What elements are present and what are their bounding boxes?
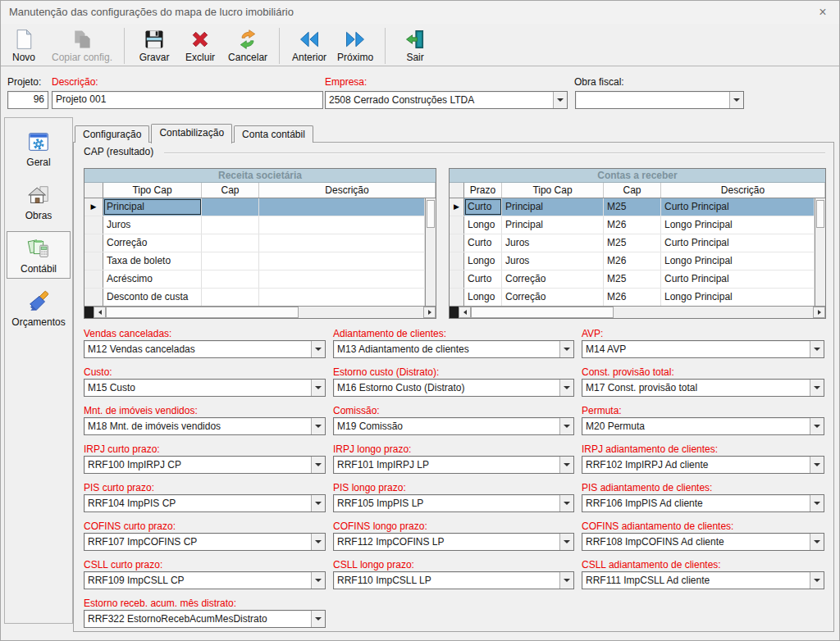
table-row[interactable]: CurtoJurosM25Curto Principal xyxy=(450,234,815,252)
table-cell[interactable] xyxy=(202,216,259,234)
table-cell[interactable]: Principal xyxy=(502,216,604,234)
toolbar-button-cancelar[interactable]: Cancelar xyxy=(223,27,272,65)
table-cell[interactable]: M26 xyxy=(604,252,661,270)
dropdown-button[interactable] xyxy=(810,457,824,473)
dropdown-button[interactable] xyxy=(559,457,573,473)
vertical-scrollbar[interactable] xyxy=(425,198,436,306)
combobox-pis-adiantamento-de-clientes[interactable]: RRF106 ImpPIS Ad cliente xyxy=(582,494,824,512)
combobox-comissao[interactable]: M19 Comissão xyxy=(333,417,574,435)
scrollbar-thumb[interactable] xyxy=(427,200,435,228)
dropdown-button[interactable] xyxy=(559,572,573,589)
combobox-pis-curto-prazo[interactable]: RRF104 ImpPIS CP xyxy=(84,494,326,512)
scroll-left-icon[interactable] xyxy=(94,307,106,318)
table-row[interactable]: Correção xyxy=(84,234,425,252)
horizontal-scrollbar[interactable] xyxy=(450,306,825,318)
projeto-field[interactable]: 96 xyxy=(7,91,48,109)
toolbar-button-anterior[interactable]: Anterior xyxy=(286,27,332,65)
horizontal-scrollbar[interactable] xyxy=(84,306,436,318)
table-row[interactable]: Taxa de boleto xyxy=(84,252,425,270)
scrollbar-track[interactable] xyxy=(299,307,423,318)
combobox-irpj-longo-prazo[interactable]: RRF101 ImpIRPJ LP xyxy=(333,456,574,474)
scrollbar-thumb[interactable] xyxy=(471,307,614,318)
dropdown-button[interactable] xyxy=(810,534,824,550)
table-cell[interactable]: Curto xyxy=(464,198,502,216)
scrollbar-thumb[interactable] xyxy=(106,307,299,318)
sidebar-item-obras[interactable]: Obras xyxy=(7,178,71,225)
table-cell[interactable]: Longo xyxy=(464,252,502,270)
column-header-tipo-cap[interactable]: Tipo Cap xyxy=(103,183,202,198)
table-cell[interactable]: Correção xyxy=(502,289,604,306)
sidebar-item-geral[interactable]: Geral xyxy=(7,125,71,172)
table-row[interactable]: CurtoCorreçãoM25Curto Principal xyxy=(450,270,815,289)
dropdown-button[interactable] xyxy=(559,495,573,511)
table-cell[interactable] xyxy=(259,216,425,234)
obra-fiscal-combobox[interactable] xyxy=(575,91,744,109)
combobox-irpj-adiantamento-de-clientes[interactable]: RRF102 ImpIRPJ Ad cliente xyxy=(582,456,824,474)
toolbar-button-proximo[interactable]: Próximo xyxy=(332,27,378,65)
dropdown-button[interactable] xyxy=(810,495,824,511)
scroll-left-icon[interactable] xyxy=(459,307,471,318)
dropdown-button[interactable] xyxy=(810,572,824,589)
table-cell[interactable]: M25 xyxy=(604,270,661,288)
dropdown-button[interactable] xyxy=(311,457,325,473)
table-cell[interactable]: Principal xyxy=(103,198,202,216)
scrollbar-thumb[interactable] xyxy=(816,200,824,228)
combobox-irpj-curto-prazo[interactable]: RRF100 ImpIRPJ CP xyxy=(84,456,326,474)
table-cell[interactable]: Taxa de boleto xyxy=(103,252,202,270)
dropdown-button[interactable] xyxy=(810,380,824,396)
tab-contabilizacao[interactable]: Contabilização xyxy=(151,124,232,143)
table-cell[interactable]: M26 xyxy=(604,289,661,306)
toolbar-button-excluir[interactable]: Excluir xyxy=(177,27,223,65)
combobox-csll-adiantamento-de-clientes[interactable]: RRF111 ImpCSLL Ad cliente xyxy=(582,571,824,589)
combobox-estorno-receb-acum-mes-distrato[interactable]: RRF322 EstornoRecebAcumMesDistrato xyxy=(84,610,326,628)
combobox-mnt-de-imoveis-vendidos[interactable]: M18 Mnt. de imóveis vendidos xyxy=(84,417,326,435)
table-cell[interactable]: Correção xyxy=(103,234,202,252)
vertical-scrollbar[interactable] xyxy=(815,198,825,306)
dropdown-button[interactable] xyxy=(559,380,573,396)
combobox-estorno-custo-distrato[interactable]: M16 Estorno Custo (Distrato) xyxy=(333,379,574,397)
combobox-cofins-adiantamento-de-clientes[interactable]: RRF108 ImpCOFINS Ad cliente xyxy=(582,533,824,551)
tab-conta-contabil[interactable]: Conta contábil xyxy=(234,125,313,143)
close-icon[interactable]: × xyxy=(811,2,834,22)
table-cell[interactable]: Juros xyxy=(502,252,604,270)
table-cell[interactable]: M25 xyxy=(604,198,661,216)
table-cell[interactable] xyxy=(202,270,259,288)
empresa-dropdown-button[interactable] xyxy=(553,92,567,108)
table-cell[interactable]: Longo Principal xyxy=(661,289,815,306)
column-header-descricao[interactable]: Descrição xyxy=(661,183,825,198)
combobox-csll-curto-prazo[interactable]: RRF109 ImpCSLL CP xyxy=(84,571,326,589)
combobox-cofins-curto-prazo[interactable]: RRF107 ImpCOFINS CP xyxy=(84,533,326,551)
table-row[interactable]: LongoPrincipalM26Longo Principal xyxy=(450,216,815,234)
toolbar-button-gravar[interactable]: Gravar xyxy=(131,27,177,65)
combobox-adiantamento-de-clientes[interactable]: M13 Adiantamento de clientes xyxy=(333,340,574,358)
dropdown-button[interactable] xyxy=(559,341,573,357)
table-cell[interactable]: Curto Principal xyxy=(661,234,815,252)
table-cell[interactable]: Juros xyxy=(502,234,604,252)
toolbar-button-sair[interactable]: Sair xyxy=(392,27,438,65)
dropdown-button[interactable] xyxy=(311,341,325,357)
table-cell[interactable] xyxy=(259,270,425,288)
scroll-right-icon[interactable] xyxy=(813,307,825,318)
sidebar-item-contabil[interactable]: Contábil xyxy=(7,231,71,279)
table-cell[interactable]: Correção xyxy=(502,270,604,288)
table-cell[interactable]: Curto xyxy=(464,270,502,288)
table-cell[interactable]: Curto Principal xyxy=(661,198,815,216)
table-cell[interactable]: Longo xyxy=(464,216,502,234)
table-cell[interactable]: Curto Principal xyxy=(661,270,815,288)
dropdown-button[interactable] xyxy=(311,380,325,396)
dropdown-button[interactable] xyxy=(311,534,325,550)
column-header-cap[interactable]: Cap xyxy=(604,183,661,198)
table-row[interactable]: Juros xyxy=(84,216,425,234)
table-row[interactable]: LongoCorreçãoM26Longo Principal xyxy=(450,289,815,307)
table-cell[interactable] xyxy=(202,198,259,216)
table-row[interactable]: Desconto de custa xyxy=(84,289,425,307)
table-row[interactable]: ▶Principal xyxy=(84,198,425,216)
table-cell[interactable] xyxy=(259,289,425,306)
column-header-prazo[interactable]: Prazo xyxy=(464,183,502,198)
toolbar-button-novo[interactable]: Novo xyxy=(1,27,47,65)
column-header-descricao[interactable]: Descrição xyxy=(259,183,436,198)
dropdown-button[interactable] xyxy=(311,495,325,511)
combobox-permuta[interactable]: M20 Permuta xyxy=(582,417,824,435)
column-header-tipo-cap[interactable]: Tipo Cap xyxy=(502,183,604,198)
combobox-avp[interactable]: M14 AVP xyxy=(582,340,824,358)
